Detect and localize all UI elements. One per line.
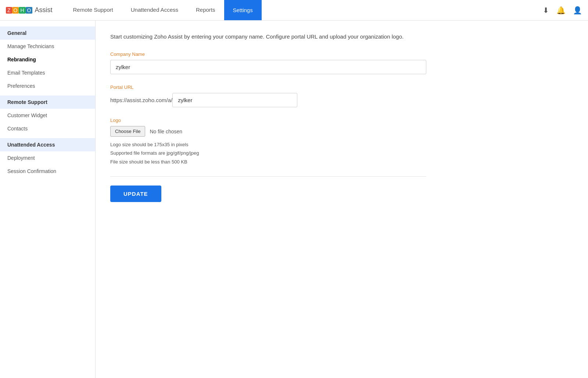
- portal-url-label: Portal URL: [110, 84, 426, 90]
- sidebar-item-session-confirmation[interactable]: Session Confirmation: [0, 165, 95, 178]
- bell-icon[interactable]: 🔔: [556, 6, 566, 15]
- portal-url-prefix: https://assist.zoho.com/a/: [110, 97, 172, 103]
- logo-z: Z: [6, 7, 12, 14]
- sidebar-header-general[interactable]: General: [0, 26, 95, 40]
- logo-hints: Logo size should be 175x35 in pixels Sup…: [110, 140, 426, 166]
- logo-o2: O: [26, 7, 33, 14]
- logo: Z O H O Assist: [6, 6, 52, 14]
- layout: General Manage Technicians Rebranding Em…: [0, 21, 588, 378]
- logo-label: Logo: [110, 118, 426, 123]
- sidebar-item-email-templates[interactable]: Email Templates: [0, 66, 95, 79]
- sidebar-item-rebranding[interactable]: Rebranding: [0, 53, 95, 66]
- sidebar-group-remote-support: Remote Support Customer Widget Contacts: [0, 96, 95, 135]
- header-icons: ⬇ 🔔 👤: [543, 6, 582, 15]
- sidebar-item-preferences[interactable]: Preferences: [0, 79, 95, 93]
- portal-url-field-group: Portal URL https://assist.zoho.com/a/: [110, 84, 426, 107]
- user-icon[interactable]: 👤: [573, 6, 582, 15]
- download-icon[interactable]: ⬇: [543, 6, 549, 15]
- sidebar-item-customer-widget[interactable]: Customer Widget: [0, 109, 95, 122]
- company-name-field-group: Company Name: [110, 51, 426, 74]
- nav-remote-support[interactable]: Remote Support: [64, 0, 122, 20]
- sidebar-item-manage-technicians[interactable]: Manage Technicians: [0, 40, 95, 53]
- sidebar: General Manage Technicians Rebranding Em…: [0, 21, 96, 378]
- nav-reports[interactable]: Reports: [187, 0, 224, 20]
- logo-o1: O: [12, 7, 19, 14]
- sidebar-group-unattended-access: Unattended Access Deployment Session Con…: [0, 138, 95, 178]
- header: Z O H O Assist Remote Support Unattended…: [0, 0, 588, 21]
- logo-hint-1: Logo size should be 175x35 in pixels: [110, 140, 426, 149]
- logo-field-group: Logo Choose File No file chosen Logo siz…: [110, 118, 426, 166]
- sidebar-group-general: General Manage Technicians Rebranding Em…: [0, 26, 95, 93]
- sidebar-header-remote-support[interactable]: Remote Support: [0, 96, 95, 109]
- nav: Remote Support Unattended Access Reports…: [64, 0, 543, 20]
- sidebar-item-contacts[interactable]: Contacts: [0, 122, 95, 135]
- logo-h: H: [19, 7, 25, 14]
- portal-url-row: https://assist.zoho.com/a/: [110, 93, 426, 107]
- logo-assist: Assist: [35, 6, 52, 14]
- nav-settings[interactable]: Settings: [224, 0, 262, 20]
- sidebar-item-deployment[interactable]: Deployment: [0, 151, 95, 165]
- choose-file-button[interactable]: Choose File: [110, 126, 145, 137]
- sidebar-header-unattended-access[interactable]: Unattended Access: [0, 138, 95, 151]
- logo-hint-2: Supported file formats are jpg/gif/png/j…: [110, 149, 426, 157]
- company-name-input[interactable]: [110, 60, 426, 74]
- main-content: Start customizing Zoho Assist by enterin…: [96, 21, 588, 378]
- portal-url-input[interactable]: [172, 93, 297, 107]
- logo-upload-row: Choose File No file chosen: [110, 126, 426, 137]
- no-file-chosen-text: No file chosen: [150, 129, 182, 134]
- nav-unattended-access[interactable]: Unattended Access: [122, 0, 187, 20]
- intro-text: Start customizing Zoho Assist by enterin…: [110, 32, 412, 41]
- logo-hint-3: File size should be less than 500 KB: [110, 158, 426, 166]
- update-button[interactable]: UPDATE: [110, 186, 161, 202]
- company-name-label: Company Name: [110, 51, 426, 57]
- divider: [110, 176, 426, 177]
